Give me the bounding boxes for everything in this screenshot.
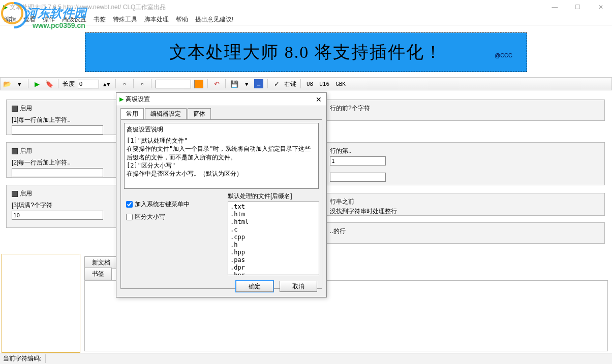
banner[interactable]: 文本处理大师 8.0 将支持插件化！ @CCC: [85, 32, 527, 72]
file-ext-item[interactable]: .h: [230, 241, 317, 249]
tab-bookmark[interactable]: 书签: [84, 268, 112, 280]
banner-area: 文本处理大师 8.0 将支持插件化！ @CCC: [0, 25, 612, 77]
rule5b-input[interactable]: [330, 173, 386, 182]
window-title: 文本处理大师 7.6.5 http://www.newbt.net/ CLQ工作…: [10, 3, 543, 12]
play-icon: ▶: [119, 96, 124, 103]
rule-panel-7: ..的行: [324, 222, 605, 244]
file-ext-item[interactable]: .html: [230, 218, 317, 226]
tab-window[interactable]: 窗体: [188, 108, 211, 119]
undo-icon[interactable]: ↶: [212, 79, 221, 88]
search-button[interactable]: [194, 80, 203, 88]
rule3-input[interactable]: [12, 211, 103, 220]
file-ext-item[interactable]: .txt: [230, 203, 317, 211]
file-extension-list[interactable]: .txt.htm.html.c.cpp.h.hpp.pas.dpr.bpr.as…: [228, 202, 319, 275]
menubar: 编辑 查看 操作 高级设置 书签 特殊工具 脚本处理 帮助 提出意见建议!: [0, 14, 612, 25]
spinner-icon[interactable]: ▴▾: [102, 79, 111, 88]
status-encoding: 当前字符编码:: [3, 354, 46, 363]
maximize-button[interactable]: ☐: [566, 0, 589, 14]
cancel-button[interactable]: 取消: [280, 281, 317, 292]
rule2-input[interactable]: [12, 168, 103, 177]
toolbar: 📂 ▾ ▶ 🔖 长度 ▴▾ ▫ ▫ ↶ 💾 ▾ ≡ ✓ 右键 U8 U16 GB…: [0, 77, 612, 90]
unknown2-icon[interactable]: ▫: [138, 79, 147, 88]
save-drop-icon[interactable]: ▾: [242, 79, 251, 88]
rule6-label: 行串之前: [330, 197, 599, 206]
rule-panel-5: 行的第..: [324, 142, 605, 185]
rule6b-label: 没找到字符串时处理整行: [330, 207, 599, 216]
ok-button[interactable]: 确定: [236, 281, 273, 292]
open-icon[interactable]: 📂: [3, 79, 12, 88]
menu-bookmark[interactable]: 书签: [94, 15, 106, 24]
description-box: 高级设置说明 [1]"默认处理的文件" 在要操作的文件"加入一个目录"时，系统将…: [124, 123, 319, 189]
menu-help[interactable]: 帮助: [176, 15, 188, 24]
list-icon[interactable]: ≡: [254, 79, 263, 88]
file-ext-item[interactable]: .dpr: [230, 264, 317, 272]
enc-u8[interactable]: U8: [305, 80, 315, 88]
enable-checkbox[interactable]: [12, 191, 18, 197]
length-label: 长度: [63, 80, 75, 88]
enable-label: 启用: [20, 147, 32, 155]
enable-checkbox[interactable]: [12, 106, 18, 112]
play-icon[interactable]: ▶: [33, 79, 42, 88]
dialog-close-button[interactable]: ✕: [311, 95, 326, 104]
file-group-label: 默认处理的文件[后缀名]: [228, 192, 319, 201]
search-input[interactable]: [156, 80, 191, 88]
chk1-label: 加入系统右键菜单中: [135, 200, 190, 209]
check-icon[interactable]: ✓: [272, 79, 281, 88]
file-ext-item[interactable]: .htm: [230, 211, 317, 218]
menu-advanced[interactable]: 高级设置: [62, 15, 86, 24]
enable-label: 启用: [20, 189, 32, 198]
advanced-settings-dialog: ▶ 高级设置 ✕ 常用 编辑器设定 窗体 高级设置说明 [1]"默认处理的文件"…: [116, 92, 327, 297]
menu-feedback[interactable]: 提出意见建议!: [195, 15, 233, 24]
menu-script[interactable]: 脚本处理: [144, 15, 169, 24]
menu-operate[interactable]: 操作: [43, 15, 55, 24]
tab-editor[interactable]: 编辑器设定: [145, 108, 187, 119]
desc-line: 在要操作的文件"加入一个目录"时，系统将自动加入指定目录下这些后缀名的文件，而不…: [127, 145, 316, 161]
desc-line: [2]"区分大小写": [127, 161, 316, 170]
file-ext-item[interactable]: .bpr: [230, 272, 317, 275]
file-ext-item[interactable]: .c: [230, 226, 317, 234]
length-input[interactable]: [78, 80, 99, 88]
file-ext-item[interactable]: .pas: [230, 256, 317, 264]
bookmark-icon[interactable]: 🔖: [45, 79, 54, 88]
tab-common[interactable]: 常用: [120, 108, 144, 119]
rule-panel-4: 行的前?个字符: [324, 100, 605, 121]
rule-panel-6: 行串之前 没找到字符串时处理整行: [324, 193, 605, 216]
unknown-icon[interactable]: ▫: [120, 79, 129, 88]
right-label: 右键: [284, 80, 296, 88]
save-icon[interactable]: 💾: [230, 79, 239, 88]
rule5-input[interactable]: [330, 156, 386, 166]
chk-case-sensitive[interactable]: 区分大小写: [126, 213, 190, 221]
enc-u16[interactable]: U16: [318, 80, 331, 88]
preview-pane: [2, 254, 80, 353]
banner-credit: @CCC: [495, 52, 512, 58]
chk-context-menu[interactable]: 加入系统右键菜单中: [126, 200, 190, 209]
enable-label: 启用: [20, 104, 32, 113]
menu-special[interactable]: 特殊工具: [113, 15, 137, 24]
dialog-title: 高级设置: [126, 95, 311, 104]
banner-text: 文本处理大师 8.0 将支持插件化！: [169, 41, 443, 64]
minimize-button[interactable]: —: [543, 0, 566, 14]
file-ext-item[interactable]: .cpp: [230, 234, 317, 241]
desc-title: 高级设置说明: [127, 125, 316, 134]
rule7-label: ..的行: [330, 227, 599, 236]
rule1-input[interactable]: [12, 125, 103, 135]
close-button[interactable]: ✕: [589, 0, 612, 14]
enc-gbk[interactable]: GBK: [334, 80, 347, 88]
chk2-label: 区分大小写: [135, 213, 165, 221]
play-icon: ▶: [3, 4, 8, 11]
file-ext-item[interactable]: .hpp: [230, 249, 317, 256]
enable-checkbox[interactable]: [12, 148, 18, 154]
desc-line: 在操作中是否区分大小写。（默认为区分）: [127, 170, 316, 178]
menu-edit[interactable]: 编辑: [4, 15, 16, 24]
rule4-label: 行的前?个字符: [330, 104, 599, 113]
desc-line: [1]"默认处理的文件": [127, 137, 316, 145]
titlebar: ▶ 文本处理大师 7.6.5 http://www.newbt.net/ CLQ…: [0, 0, 612, 14]
menu-view[interactable]: 查看: [23, 15, 36, 24]
rule5-label: 行的第..: [330, 147, 599, 155]
statusbar: 当前字符编码:: [0, 353, 612, 364]
dropdown-icon[interactable]: ▾: [15, 79, 24, 88]
